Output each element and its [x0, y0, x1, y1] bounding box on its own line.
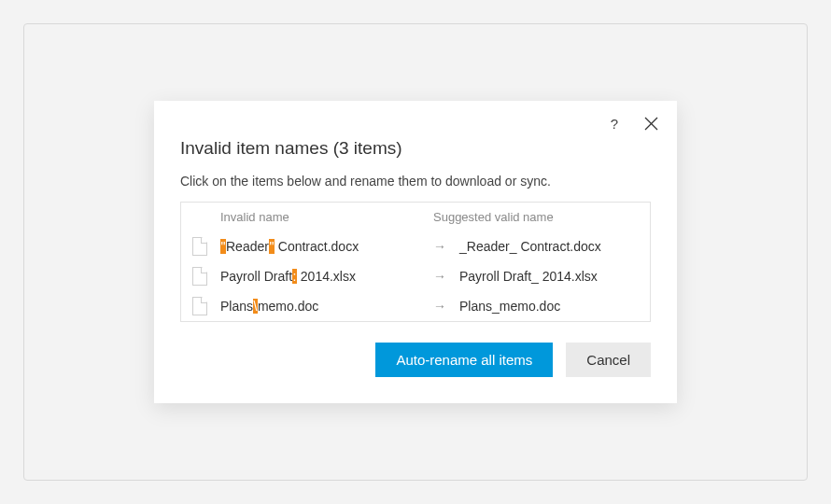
cancel-button[interactable]: Cancel — [566, 343, 651, 377]
button-row: Auto-rename all items Cancel — [180, 343, 651, 377]
table-row[interactable]: Plans\memo.doc → Plans_memo.doc — [181, 291, 650, 321]
name-part: memo.doc — [258, 299, 318, 314]
name-part: 2014.xlsx — [297, 269, 356, 284]
column-header-suggested: Suggested valid name — [433, 210, 639, 224]
close-button[interactable] — [644, 117, 658, 131]
help-button[interactable]: ? — [611, 116, 618, 132]
close-icon — [644, 117, 658, 131]
dialog-subtitle: Click on the items below and rename them… — [180, 174, 651, 189]
auto-rename-button[interactable]: Auto-rename all items — [375, 343, 553, 377]
table-row[interactable]: "Reader" Contract.docx → _Reader_ Contra… — [181, 231, 650, 261]
arrow-icon: → — [433, 269, 459, 284]
arrow-icon: → — [433, 239, 459, 254]
table-header: Invalid name Suggested valid name — [181, 203, 650, 231]
file-icon — [192, 267, 207, 286]
column-header-invalid: Invalid name — [220, 210, 433, 224]
file-icon — [192, 237, 207, 256]
name-part: Reader — [226, 239, 269, 254]
name-part: Payroll Draft — [220, 269, 292, 284]
items-table: Invalid name Suggested valid name "Reade… — [180, 202, 651, 322]
suggested-name-cell: Payroll Draft_ 2014.xlsx — [459, 269, 639, 284]
page-background: ? Invalid item names (3 items) Click on … — [23, 23, 808, 481]
name-part: Contract.docx — [275, 239, 359, 254]
suggested-name-cell: Plans_memo.doc — [459, 299, 639, 314]
dialog-title: Invalid item names (3 items) — [180, 138, 651, 159]
invalid-names-dialog: ? Invalid item names (3 items) Click on … — [154, 101, 677, 403]
dialog-window-controls: ? — [611, 116, 658, 132]
invalid-name-cell: Payroll Draft: 2014.xlsx — [220, 269, 433, 284]
suggested-name-cell: _Reader_ Contract.docx — [459, 239, 639, 254]
arrow-icon: → — [433, 299, 459, 314]
table-row[interactable]: Payroll Draft: 2014.xlsx → Payroll Draft… — [181, 261, 650, 291]
name-part: Plans — [220, 299, 253, 314]
invalid-name-cell: Plans\memo.doc — [220, 299, 433, 314]
invalid-name-cell: "Reader" Contract.docx — [220, 239, 433, 254]
file-icon — [192, 297, 207, 315]
